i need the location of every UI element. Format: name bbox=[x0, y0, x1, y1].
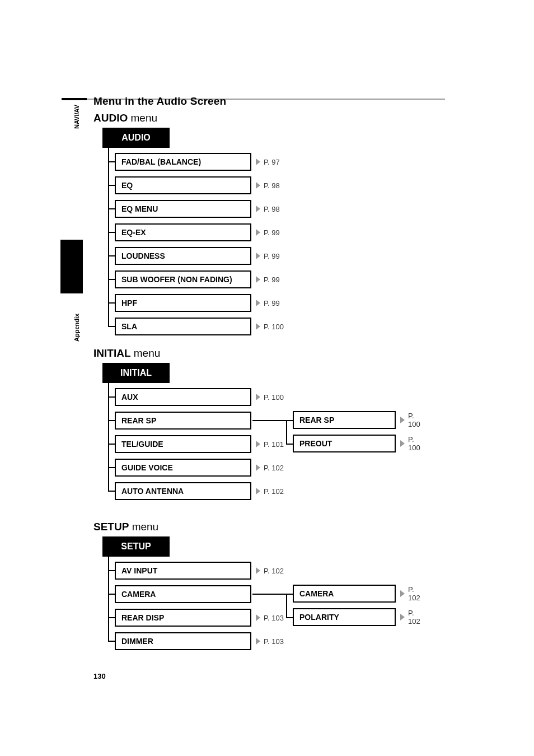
tree-row: TEL/GUIDEP. 101 bbox=[102, 432, 284, 456]
tree-row: DIMMERP. 103 bbox=[102, 629, 284, 653]
tree-row: AUXP. 100 bbox=[102, 385, 284, 409]
triangle-icon bbox=[256, 567, 260, 574]
setup-menu-heading: SETUP menu bbox=[93, 521, 158, 533]
triangle-icon bbox=[256, 464, 260, 471]
sub-menu-item: CAMERA bbox=[293, 585, 396, 603]
page-ref: P. 99 bbox=[256, 299, 280, 307]
page-ref: P. 102 bbox=[400, 585, 420, 602]
menu-item: AV INPUT bbox=[115, 562, 251, 580]
menu-item: CAMERA bbox=[115, 585, 251, 603]
page-number: 130 bbox=[93, 672, 106, 680]
triangle-icon bbox=[400, 614, 405, 620]
tree-row: AV INPUTP. 102 bbox=[102, 559, 284, 582]
triangle-icon bbox=[256, 394, 260, 400]
tree-row: LOUDNESSP. 99 bbox=[102, 244, 284, 268]
audio-root: AUDIO bbox=[102, 128, 170, 148]
page-ref: P. 103 bbox=[256, 614, 284, 622]
page-ref: P. 102 bbox=[256, 487, 284, 496]
page-ref: P. 102 bbox=[400, 609, 420, 626]
page-ref: P. 100 bbox=[400, 412, 420, 428]
triangle-icon bbox=[256, 614, 260, 621]
page-ref: P. 99 bbox=[256, 276, 280, 284]
menu-item: REAR DISP bbox=[115, 609, 251, 627]
page-ref: P. 102 bbox=[256, 464, 284, 472]
initial-tree: AUXP. 100 REAR SP TEL/GUIDEP. 101 GUIDE … bbox=[102, 385, 284, 503]
page-ref: P. 99 bbox=[256, 228, 280, 237]
triangle-icon bbox=[256, 158, 260, 165]
sub-menu-item: REAR SP bbox=[293, 411, 396, 429]
section-heading: Menu in the Audio Screen bbox=[93, 95, 226, 108]
triangle-icon bbox=[256, 253, 260, 259]
page-ref: P. 98 bbox=[256, 181, 280, 190]
tree-row: EQ MENUP. 98 bbox=[102, 197, 284, 221]
triangle-icon bbox=[256, 182, 260, 189]
tree-row: SLAP. 100 bbox=[102, 315, 284, 338]
menu-item: HPF bbox=[115, 294, 251, 312]
menu-item: LOUDNESS bbox=[115, 247, 251, 265]
setup-tree: AV INPUTP. 102 CAMERA REAR DISPP. 103 DI… bbox=[102, 559, 284, 653]
triangle-icon bbox=[256, 323, 260, 330]
page-ref: P. 101 bbox=[256, 440, 284, 449]
triangle-icon bbox=[400, 590, 405, 597]
header-rule-accent bbox=[62, 98, 87, 100]
menu-item: EQ MENU bbox=[115, 200, 251, 218]
menu-item: DIMMER bbox=[115, 632, 251, 650]
menu-item: SUB WOOFER (NON FADING) bbox=[115, 270, 251, 288]
triangle-icon bbox=[256, 276, 260, 283]
menu-item: AUX bbox=[115, 388, 251, 406]
triangle-icon bbox=[400, 440, 405, 447]
page-ref: P. 100 bbox=[256, 393, 284, 402]
triangle-icon bbox=[256, 638, 260, 645]
menu-item: TEL/GUIDE bbox=[115, 435, 251, 453]
tree-row: EQP. 98 bbox=[102, 174, 284, 197]
setup-root: SETUP bbox=[102, 536, 170, 557]
tree-row: GUIDE VOICEP. 102 bbox=[102, 456, 284, 479]
menu-item: REAR SP bbox=[115, 412, 251, 430]
tree-row: SUB WOOFER (NON FADING)P. 99 bbox=[102, 268, 284, 291]
triangle-icon bbox=[256, 441, 260, 447]
side-tab-naviav: NAVI/AV bbox=[73, 102, 85, 132]
menu-item: EQ bbox=[115, 176, 251, 194]
triangle-icon bbox=[256, 488, 260, 494]
page-ref: P. 99 bbox=[256, 252, 280, 260]
menu-item: GUIDE VOICE bbox=[115, 459, 251, 477]
initial-root: INITIAL bbox=[102, 363, 170, 383]
side-tab-marker bbox=[60, 240, 83, 293]
triangle-icon bbox=[256, 229, 260, 236]
sub-menu-item: POLARITY bbox=[293, 608, 396, 626]
tree-row: REAR DISPP. 103 bbox=[102, 606, 284, 629]
page-ref: P. 102 bbox=[256, 567, 284, 575]
sub-menu-item: PREOUT bbox=[293, 435, 396, 452]
menu-item: FAD/BAL (BALANCE) bbox=[115, 153, 251, 171]
triangle-icon bbox=[400, 417, 405, 423]
tree-row: HPFP. 99 bbox=[102, 291, 284, 315]
page-ref: P. 103 bbox=[256, 637, 284, 646]
triangle-icon bbox=[256, 300, 260, 306]
side-tab-appendix: Appendix bbox=[73, 311, 85, 344]
tree-row: FAD/BAL (BALANCE)P. 97 bbox=[102, 150, 284, 174]
audio-menu-heading: AUDIO menu bbox=[93, 112, 157, 124]
triangle-icon bbox=[256, 206, 260, 212]
page-ref: P. 100 bbox=[256, 323, 284, 331]
initial-menu-heading: INITIAL menu bbox=[93, 347, 160, 360]
menu-item: EQ-EX bbox=[115, 223, 251, 241]
page-ref: P. 98 bbox=[256, 205, 280, 213]
menu-item: SLA bbox=[115, 318, 251, 335]
tree-row: EQ-EXP. 99 bbox=[102, 221, 284, 244]
page-ref: P. 97 bbox=[256, 158, 280, 166]
page-ref: P. 100 bbox=[400, 435, 420, 452]
tree-row: AUTO ANTENNAP. 102 bbox=[102, 479, 284, 503]
menu-item: AUTO ANTENNA bbox=[115, 482, 251, 500]
audio-tree: FAD/BAL (BALANCE)P. 97 EQP. 98 EQ MENUP.… bbox=[102, 150, 284, 338]
